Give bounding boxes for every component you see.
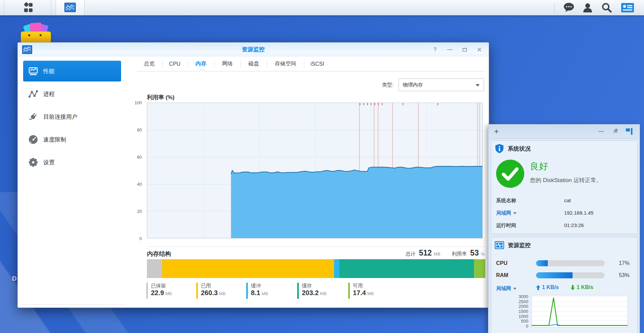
total-unit: MB: [434, 252, 440, 257]
memory-legend-strip: [246, 283, 248, 299]
help-button[interactable]: ?: [431, 45, 439, 54]
chevron-down-icon: [476, 84, 480, 87]
minimize-button[interactable]: —: [446, 45, 454, 54]
system-status-widget: 系统状况 良好 您的 DiskStation 运转正常。 系统名称 cat 局域…: [491, 141, 638, 234]
widget-title: 系统状况: [508, 145, 531, 153]
system-status-header: 系统状况: [494, 144, 531, 154]
notifications-button[interactable]: [561, 0, 577, 15]
upload-rate: 1 KB/s: [536, 284, 559, 290]
sidebar-item-connected-users[interactable]: 目前连接用户: [23, 106, 121, 127]
memory-bar-segment: [162, 259, 334, 278]
memory-legend-strip: [146, 283, 148, 299]
lan-dropdown[interactable]: 局域网: [496, 209, 517, 217]
collapse-panel-button[interactable]: —: [595, 124, 607, 138]
plug-icon: [28, 112, 38, 122]
taskbar-app-resource-monitor[interactable]: [56, 0, 85, 15]
ram-bar: [536, 272, 605, 278]
cpu-bar-fill: [536, 260, 548, 266]
tab-overview[interactable]: 总览: [137, 57, 162, 71]
util-value: 53: [470, 248, 479, 258]
add-widget-button[interactable]: +: [490, 124, 502, 138]
util-label: 利用率: [452, 251, 467, 257]
ram-percent: 53%: [619, 272, 630, 279]
sidebar-item-processes[interactable]: 进程: [23, 84, 121, 104]
tab-bar: 总览 CPU 内存 网络 磁盘 存储空间 iSCSI: [137, 57, 485, 71]
memory-section-title: 内存结构: [147, 250, 171, 258]
close-button[interactable]: ✕: [475, 45, 483, 54]
memory-stats: 总计 512 MB 利用率 53 %: [283, 248, 485, 258]
memory-legend-item: 缓存 203.2MB: [297, 283, 327, 300]
taskbar-divider: [554, 3, 554, 13]
sidebar-item-speed-limit[interactable]: 速度限制: [23, 129, 121, 150]
dock-panel-button[interactable]: [623, 124, 635, 138]
memory-legend-strip: [196, 283, 198, 299]
type-label: 类型:: [360, 78, 393, 91]
chevron-down-icon: [513, 212, 517, 214]
maximize-icon: [463, 48, 467, 52]
user-menu-button[interactable]: [580, 0, 595, 15]
memory-bar-segment: [474, 259, 485, 278]
tab-volume[interactable]: 存储空间: [267, 57, 304, 71]
chart-title: 利用率 (%): [147, 94, 174, 101]
process-icon: [28, 89, 38, 99]
taskbar: [0, 0, 644, 15]
gear-icon: [28, 157, 38, 167]
pin-panel-button[interactable]: [609, 124, 621, 138]
ram-label: RAM: [496, 272, 508, 279]
system-name-label: 系统名称: [496, 197, 516, 205]
mini-chart-area: [531, 295, 628, 328]
shield-info-icon: [494, 144, 504, 154]
tab-network[interactable]: 网络: [214, 57, 240, 71]
memory-legend-strip: [348, 283, 350, 299]
grid-menu-icon: [22, 2, 34, 14]
taskbar-left-strip: [0, 0, 4, 15]
pulse-monitor-icon: [494, 240, 504, 250]
dropdown-value: 物理内存: [403, 82, 423, 88]
search-button[interactable]: [599, 0, 614, 15]
maximize-button[interactable]: [461, 45, 469, 54]
memory-bar-segment: [147, 259, 162, 278]
total-value: 512: [419, 248, 432, 258]
user-icon: [582, 2, 593, 13]
chevron-down-icon: [513, 288, 517, 290]
widgets-toggle-button[interactable]: [620, 0, 635, 15]
sidebar-item-settings[interactable]: 设置: [23, 152, 121, 173]
upload-arrow-icon: [536, 285, 540, 290]
sidebar-item-performance[interactable]: 性能: [23, 61, 121, 81]
window-titlebar[interactable]: 资源监控 ? — ✕: [18, 43, 489, 57]
utilization-area: [147, 103, 482, 238]
memory-type-dropdown[interactable]: 物理内存: [398, 78, 484, 91]
widgets-panel-icon: [621, 3, 634, 13]
widget-title: 资源监控: [508, 241, 531, 249]
memory-section-divider: [147, 246, 485, 247]
resource-monitor-header: 资源监控: [494, 240, 531, 250]
memory-legend-item: 已用 260.3MB: [196, 283, 226, 300]
tab-iscsi[interactable]: iSCSI: [304, 57, 331, 71]
download-arrow-icon: [571, 285, 575, 290]
tab-disk[interactable]: 磁盘: [240, 57, 267, 71]
active-tab-caret: [199, 68, 205, 71]
package-box-icon: [21, 32, 51, 43]
util-unit: %: [481, 252, 485, 257]
cpu-percent: 17%: [619, 260, 630, 267]
system-name-value: cat: [564, 197, 571, 205]
dock-right-icon: [626, 128, 633, 135]
tab-cpu[interactable]: CPU: [162, 57, 187, 71]
memory-bar-segment: [334, 259, 339, 278]
resource-monitor-window-icon: [22, 44, 33, 55]
cpu-label: CPU: [496, 260, 507, 267]
widget-lan-dropdown[interactable]: 局域网: [496, 284, 517, 292]
package-center-icon[interactable]: [21, 24, 51, 43]
mini-chart-yticks: 300025002000150010005000: [491, 295, 530, 328]
main-menu-button[interactable]: [4, 0, 51, 15]
performance-icon: [28, 66, 38, 76]
window-title: 资源监控: [18, 43, 489, 57]
resource-monitor-widget: 资源监控 CPU 17% RAM 53% 局域网 1 KB/s 1 KB/s 3…: [491, 237, 638, 333]
utilization-chart: [147, 103, 483, 238]
status-ok-icon: [496, 160, 524, 188]
uptime-label: 运行时间: [496, 221, 516, 229]
lan-ip-value: 192.168.1.45: [564, 209, 594, 217]
memory-legend-item: 可用 17.4MB: [348, 283, 374, 300]
download-rate: 1 KB/s: [571, 284, 593, 290]
status-description: 您的 DiskStation 运转正常。: [530, 176, 602, 184]
